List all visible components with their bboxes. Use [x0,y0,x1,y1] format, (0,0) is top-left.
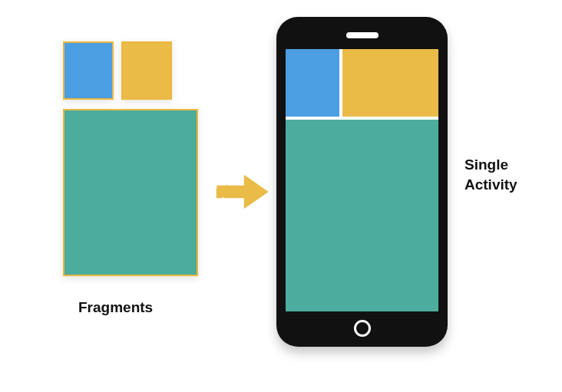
fragment-yellow [121,41,172,100]
screen-fragment-teal [286,120,438,311]
phone-home-button-icon [354,320,371,337]
fragment-teal [63,109,198,276]
screen-row-top [286,49,438,117]
arrow-right-icon [213,169,271,215]
screen-fragment-yellow [342,49,438,117]
phone-speaker-icon [346,32,379,38]
fragment-blue [63,41,114,100]
screen-fragment-blue [286,49,339,117]
fragment-row-top [63,41,209,100]
activity-label: Single Activity [464,155,517,194]
phone-frame [276,17,448,347]
fragments-group: Fragments [63,41,209,316]
activity-label-line2: Activity [464,175,517,195]
phone-screen [286,49,438,311]
activity-label-line1: Single [464,155,517,175]
fragments-label: Fragments [78,299,209,316]
